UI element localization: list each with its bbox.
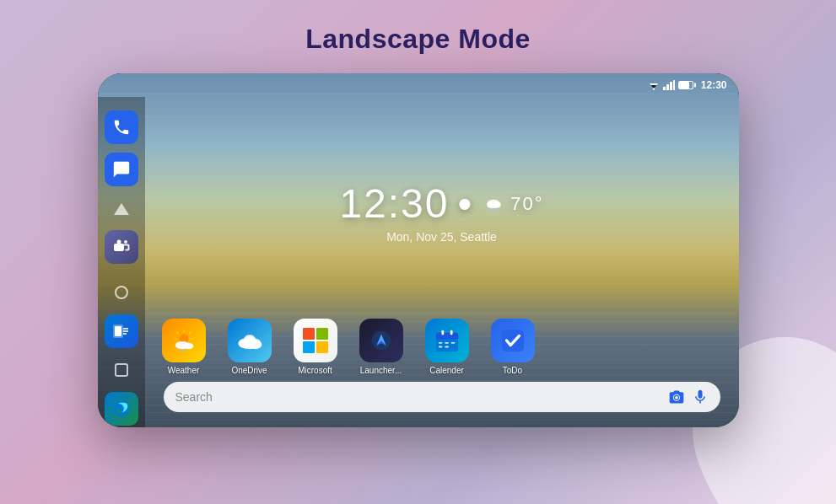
svg-line-18 — [180, 349, 181, 351]
launcher-app-label: Launcher... — [360, 366, 402, 375]
weather-app-icon — [162, 319, 206, 362]
svg-rect-37 — [445, 346, 449, 348]
onedrive-app-icon — [228, 319, 272, 362]
svg-point-41 — [674, 395, 678, 399]
microsoft-app-label: Microsoft — [298, 366, 332, 375]
status-icons: 12:30 — [648, 79, 727, 91]
svg-point-5 — [124, 240, 127, 244]
search-bar[interactable]: Search — [164, 382, 720, 412]
back-triangle-icon — [114, 203, 129, 215]
calendar-icon-svg — [434, 328, 460, 353]
todo-app-icon — [491, 319, 535, 362]
weather-icon-svg — [171, 328, 197, 353]
ms-grid-icon — [303, 328, 328, 353]
calendar-app-icon — [425, 319, 469, 362]
apps-row: Weather OneDrive — [155, 319, 729, 375]
wifi-icon — [648, 81, 660, 90]
sidebar-app-edge[interactable] — [105, 392, 138, 426]
home-circle-icon — [115, 286, 128, 299]
search-placeholder: Search — [175, 390, 661, 404]
app-weather[interactable]: Weather — [155, 319, 213, 375]
phone-icon — [112, 118, 131, 137]
svg-point-11 — [494, 201, 501, 207]
weather-cloud-icon — [482, 195, 505, 213]
main-content: 12:30 • 70° Mon, Nov 25, Seattle — [145, 97, 739, 427]
svg-point-6 — [116, 240, 121, 244]
svg-rect-34 — [445, 342, 449, 344]
svg-line-13 — [493, 209, 494, 212]
page-title: Landscape Mode — [305, 24, 531, 55]
app-microsoft[interactable]: Microsoft — [287, 319, 344, 375]
svg-line-19 — [184, 349, 185, 351]
svg-rect-3 — [670, 82, 672, 90]
svg-rect-35 — [450, 342, 455, 344]
status-time: 12:30 — [701, 79, 727, 91]
onedrive-icon-svg — [235, 330, 264, 351]
nav-back-button[interactable] — [110, 203, 133, 215]
svg-line-12 — [490, 209, 491, 212]
svg-rect-2 — [666, 84, 669, 90]
device-frame: 12:30 — [98, 73, 739, 427]
apps-area: Weather OneDrive — [145, 319, 739, 427]
weather-app-label: Weather — [168, 366, 200, 375]
signal-icon — [663, 80, 675, 90]
svg-rect-1 — [663, 87, 666, 90]
svg-rect-38 — [441, 330, 444, 335]
onedrive-app-label: OneDrive — [231, 366, 267, 375]
svg-line-14 — [496, 209, 497, 212]
clock-separator: • — [458, 180, 474, 227]
mic-icon[interactable] — [692, 389, 709, 405]
svg-rect-4 — [673, 80, 675, 90]
messages-icon — [112, 160, 131, 179]
app-todo[interactable]: ToDo — [484, 319, 542, 375]
weather-info: 70° — [482, 193, 543, 215]
teams-icon — [111, 237, 132, 257]
sidebar-app-outlook[interactable] — [105, 314, 138, 348]
clock-date: Mon, Nov 25, Seattle — [386, 230, 497, 244]
todo-app-label: ToDo — [503, 366, 522, 375]
svg-line-21 — [189, 332, 190, 333]
microsoft-app-icon — [294, 319, 337, 362]
recents-square-icon — [115, 363, 128, 377]
status-bar: 12:30 — [98, 73, 739, 97]
nav-home-button[interactable] — [110, 286, 133, 299]
launcher-app-icon — [359, 319, 403, 362]
sidebar-app-teams[interactable] — [105, 230, 138, 264]
app-calendar[interactable]: Calender — [418, 319, 476, 375]
camera-icon[interactable] — [668, 389, 685, 405]
todo-icon-svg — [500, 328, 526, 353]
svg-point-17 — [184, 343, 193, 350]
battery-icon — [678, 81, 693, 89]
clock-widget: 12:30 • 70° — [339, 180, 543, 227]
clock-time-text: 12:30 — [339, 180, 449, 227]
sidebar-app-messages[interactable] — [105, 153, 138, 186]
outlook-icon — [111, 321, 132, 341]
svg-rect-36 — [438, 346, 442, 348]
sidebar-app-phone[interactable] — [105, 110, 138, 144]
svg-rect-40 — [501, 330, 523, 351]
app-launcher[interactable]: Launcher... — [353, 319, 410, 375]
svg-rect-8 — [115, 326, 121, 336]
svg-point-10 — [487, 201, 494, 207]
temperature-text: 70° — [510, 193, 543, 215]
edge-icon — [112, 399, 131, 418]
svg-rect-39 — [450, 330, 452, 335]
calendar-app-label: Calender — [429, 366, 464, 375]
svg-line-22 — [176, 332, 177, 333]
svg-rect-32 — [435, 335, 457, 339]
svg-point-28 — [244, 335, 256, 343]
left-sidebar — [98, 97, 145, 427]
svg-point-0 — [653, 88, 655, 89]
launcher-icon-svg — [369, 328, 394, 353]
app-onedrive[interactable]: OneDrive — [221, 319, 278, 375]
nav-recents-button[interactable] — [110, 363, 133, 377]
svg-rect-33 — [438, 342, 442, 344]
clock-area: 12:30 • 70° Mon, Nov 25, Seattle — [145, 97, 739, 319]
